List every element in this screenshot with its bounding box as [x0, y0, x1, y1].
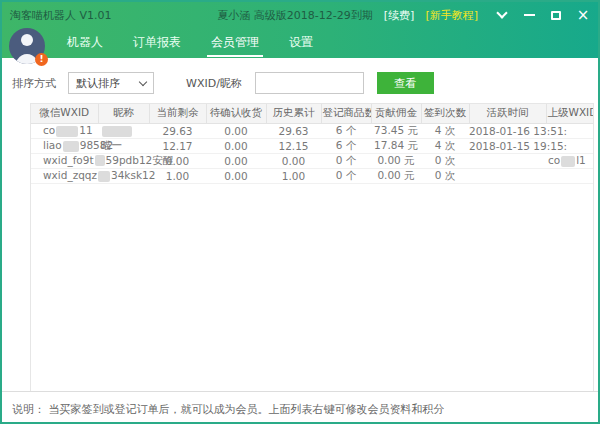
col-header-product-count[interactable]: 登记商品数 — [321, 104, 371, 123]
table-cell: co11 — [31, 123, 98, 138]
table-cell: 4 次 — [421, 123, 469, 138]
account-info: 夏小涵 高级版2018-12-29到期 — [217, 8, 372, 23]
table-cell: 6 个 — [321, 138, 371, 153]
alert-badge: ! — [35, 53, 48, 66]
table-cell: 1.00 — [149, 168, 206, 183]
table-cell: 2018-01-16 13:51: — [469, 123, 546, 138]
table-cell: 0.00 元 — [371, 153, 421, 168]
table-row[interactable]: liao98582喵一12.170.0012.156 个17.84 元4 次20… — [31, 138, 593, 153]
redacted-blur — [63, 141, 79, 152]
col-header-history-total[interactable]: 历史累计 — [266, 104, 321, 123]
member-table-body: co1129.630.0029.636 个73.45 元4 次2018-01-1… — [31, 123, 593, 183]
maximize-button[interactable] — [549, 8, 563, 22]
tab-member-management[interactable]: 会员管理 — [196, 28, 274, 58]
table-cell: 0.00 — [266, 153, 321, 168]
table-row[interactable]: wxid_fo9t59pdb12安醒0.000.000.000 个0.00 元0… — [31, 153, 593, 168]
table-row[interactable]: co1129.630.0029.636 个73.45 元4 次2018-01-1… — [31, 123, 593, 138]
sort-select-value: 默认排序 — [76, 76, 120, 91]
titlebar: 淘客喵机器人 V1.01 夏小涵 高级版2018-12-29到期 [续费] [新… — [2, 2, 598, 28]
table-cell — [546, 168, 593, 183]
table-cell: wxid_fo9t59pdb12安醒 — [31, 153, 98, 168]
col-header-commission[interactable]: 贡献佣金 — [371, 104, 421, 123]
col-header-pending-confirm[interactable]: 待确认收货 — [206, 104, 266, 123]
wxid-search-input[interactable] — [255, 72, 364, 94]
tab-settings[interactable]: 设置 — [274, 28, 328, 58]
sort-select[interactable]: 默认排序 — [68, 72, 154, 94]
app-header: 淘客喵机器人 V1.01 夏小涵 高级版2018-12-29到期 [续费] [新… — [2, 2, 598, 58]
table-cell: 0.00 元 — [371, 168, 421, 183]
table-cell: 12.17 — [149, 138, 206, 153]
table-cell: 0.00 — [206, 153, 266, 168]
member-table: 微信WXID 昵称 当前剩余 待确认收货 历史累计 登记商品数 贡献佣金 签到次… — [30, 103, 594, 391]
footer-note: 说明： 当买家签到或登记订单后，就可以成为会员。上面列表右键可修改会员资料和积分 — [12, 403, 445, 416]
table-cell: 0 个 — [321, 168, 371, 183]
table-cell: 0 个 — [321, 153, 371, 168]
renew-link[interactable]: [续费] — [384, 8, 415, 23]
col-header-wxid[interactable]: 微信WXID — [31, 104, 98, 123]
table-cell: 0.00 — [206, 123, 266, 138]
table-cell: 0.00 — [206, 138, 266, 153]
maximize-icon — [551, 11, 561, 20]
close-icon: × — [577, 8, 590, 22]
redacted-blur — [98, 171, 110, 182]
table-cell: 1.00 — [266, 168, 321, 183]
minimize-button[interactable] — [522, 8, 536, 22]
app-title: 淘客喵机器人 V1.01 — [10, 8, 112, 23]
col-header-checkin-count[interactable]: 签到次数 — [421, 104, 469, 123]
table-cell: 2018-01-15 19:15: — [469, 138, 546, 153]
titlebar-right: 夏小涵 高级版2018-12-29到期 [续费] [新手教程] × — [217, 8, 590, 23]
footer-note-bar: 说明： 当买家签到或登记订单后，就可以成为会员。上面列表右键可修改会员资料和积分 — [2, 391, 598, 422]
table-cell: liao98582 — [31, 138, 98, 153]
col-header-current-balance[interactable]: 当前剩余 — [149, 104, 206, 123]
redacted-blur — [95, 155, 105, 166]
minimize-icon — [524, 14, 535, 16]
col-header-parent-wxid[interactable]: 上级WXID — [546, 104, 593, 123]
redacted-blur — [561, 156, 575, 167]
redacted-blur — [102, 126, 132, 137]
table-cell — [469, 153, 546, 168]
table-cell — [469, 168, 546, 183]
table-cell: col1 — [546, 153, 593, 168]
table-header-row: 微信WXID 昵称 当前剩余 待确认收货 历史累计 登记商品数 贡献佣金 签到次… — [31, 104, 593, 123]
sort-mode-label: 排序方式 — [12, 76, 56, 91]
redacted-blur — [56, 126, 78, 137]
table-cell — [98, 123, 149, 138]
table-cell: 29.63 — [266, 123, 321, 138]
table-cell: 29.63 — [149, 123, 206, 138]
table-cell: 0 次 — [421, 153, 469, 168]
main-content: 排序方式 默认排序 WXID/昵称 查看 微信WXID 昵称 当前剩余 — [2, 58, 598, 422]
app-window: 淘客喵机器人 V1.01 夏小涵 高级版2018-12-29到期 [续费] [新… — [0, 0, 600, 424]
chevron-down-icon — [139, 77, 147, 85]
tab-order-report[interactable]: 订单报表 — [118, 28, 196, 58]
table-cell: 0.00 — [206, 168, 266, 183]
table-cell: 6 个 — [321, 123, 371, 138]
view-button[interactable]: 查看 — [377, 72, 434, 94]
table-cell: 0 次 — [421, 168, 469, 183]
tab-robot[interactable]: 机器人 — [52, 28, 118, 58]
tutorial-link[interactable]: [新手教程] — [425, 8, 478, 23]
wxid-search-label: WXID/昵称 — [186, 76, 242, 91]
close-button[interactable]: × — [576, 8, 590, 22]
col-header-nickname[interactable]: 昵称 — [98, 104, 149, 123]
chevron-down-icon — [496, 7, 507, 18]
table-cell: 73.45 元 — [371, 123, 421, 138]
table-cell: 12.15 — [266, 138, 321, 153]
table-cell: wxid_zqqz34ksk12 — [31, 168, 98, 183]
col-header-active-time[interactable]: 活跃时间 — [469, 104, 546, 123]
window-controls: × — [495, 8, 590, 22]
user-avatar[interactable]: ! — [9, 28, 45, 64]
filter-row: 排序方式 默认排序 WXID/昵称 查看 — [2, 72, 598, 94]
table-cell: 4 次 — [421, 138, 469, 153]
dropdown-chevron-button[interactable] — [495, 8, 509, 22]
table-cell: 喵一 — [98, 138, 149, 153]
tab-bar: 机器人 订单报表 会员管理 设置 — [2, 28, 598, 58]
table-row[interactable]: wxid_zqqz34ksk121.000.001.000 个0.00 元0 次 — [31, 168, 593, 183]
table-cell: 17.84 元 — [371, 138, 421, 153]
